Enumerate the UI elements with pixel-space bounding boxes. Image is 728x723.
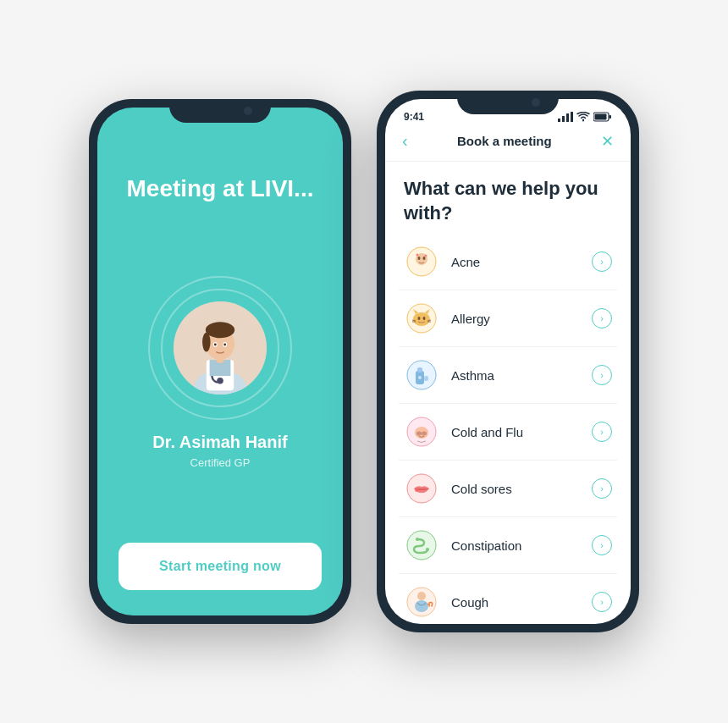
svg-point-45 [415, 488, 418, 492]
constipation-chevron[interactable]: › [592, 535, 612, 555]
svg-point-43 [422, 432, 427, 436]
meeting-title: Meeting at LIVI... [127, 175, 314, 202]
svg-point-48 [426, 548, 429, 551]
svg-point-6 [206, 322, 234, 338]
camera-left [244, 107, 252, 115]
cold-flu-label: Cold and Flu [451, 425, 580, 439]
acne-label: Acne [451, 255, 580, 269]
svg-rect-37 [417, 367, 422, 373]
doctor-section: Dr. Asimah Hanif Certified GP [148, 276, 292, 469]
asthma-icon [404, 357, 439, 393]
list-item[interactable]: Acne › [399, 234, 617, 290]
list-item[interactable]: Cold and Flu › [399, 404, 617, 461]
doctor-credential: Certified GP [190, 456, 251, 469]
right-phone: 9:41 [377, 91, 639, 632]
allergy-icon [404, 301, 439, 336]
avatar-rings [148, 276, 292, 420]
asthma-chevron[interactable]: › [592, 365, 612, 385]
svg-point-21 [418, 257, 421, 260]
back-button[interactable]: ‹ [402, 131, 408, 151]
notch-right [457, 91, 559, 114]
start-meeting-button[interactable]: Start meeting now [119, 543, 322, 590]
list-item[interactable]: Cold sores › [399, 461, 617, 517]
svg-rect-13 [562, 116, 565, 122]
svg-point-30 [423, 317, 426, 320]
svg-point-29 [418, 317, 421, 320]
cough-icon [404, 584, 439, 620]
list-item[interactable]: Constipation › [399, 517, 617, 574]
svg-point-42 [416, 432, 422, 436]
conditions-list: Acne › [385, 234, 631, 624]
page-heading: What can we help you with? [385, 162, 631, 234]
svg-point-7 [202, 333, 211, 352]
svg-rect-12 [558, 119, 560, 122]
teal-background: Meeting at LIVI... [97, 108, 343, 615]
camera-right [532, 98, 540, 107]
cold-sores-label: Cold sores [451, 482, 580, 496]
svg-point-50 [417, 592, 426, 600]
time-display: 9:41 [404, 111, 424, 123]
status-icons [558, 112, 612, 122]
close-button[interactable]: ✕ [601, 132, 614, 151]
screen-left: Meeting at LIVI... [97, 108, 343, 615]
svg-point-22 [423, 257, 426, 260]
doctor-name: Dr. Asimah Hanif [152, 433, 287, 452]
screen-right: 9:41 [385, 99, 631, 624]
nav-title: Book a meeting [457, 134, 552, 148]
svg-point-47 [416, 538, 419, 541]
allergy-chevron[interactable]: › [592, 308, 612, 328]
signal-icon [558, 112, 573, 122]
constipation-icon [404, 527, 439, 563]
notch-left [169, 99, 271, 123]
cold-flu-chevron[interactable]: › [592, 422, 612, 442]
acne-chevron[interactable]: › [592, 251, 612, 272]
cold-sores-icon [404, 471, 439, 506]
cough-label: Cough [451, 595, 580, 610]
svg-rect-17 [609, 115, 612, 119]
svg-point-51 [415, 600, 428, 612]
svg-point-2 [217, 378, 223, 384]
nav-bar: ‹ Book a meeting ✕ [385, 123, 631, 162]
phones-container: Meeting at LIVI... [72, 74, 656, 649]
cold-flu-icon [404, 414, 439, 450]
battery-icon [593, 112, 612, 122]
acne-icon [404, 244, 439, 279]
left-phone: Meeting at LIVI... [89, 99, 351, 624]
svg-point-23 [416, 254, 419, 257]
wifi-icon [576, 112, 590, 122]
doctor-avatar [174, 301, 267, 395]
allergy-label: Allergy [451, 312, 580, 326]
svg-point-10 [214, 344, 217, 346]
doctor-svg [182, 310, 258, 395]
svg-rect-14 [566, 113, 569, 122]
list-item[interactable]: Asthma › [399, 347, 617, 404]
svg-point-24 [425, 255, 427, 257]
svg-rect-15 [571, 112, 573, 122]
list-item[interactable]: Cough › [399, 574, 617, 624]
asthma-label: Asthma [451, 368, 580, 383]
cold-sores-chevron[interactable]: › [592, 478, 612, 499]
svg-point-11 [223, 344, 226, 346]
list-item[interactable]: Allergy › [399, 290, 617, 347]
constipation-label: Constipation [451, 538, 580, 553]
cough-chevron[interactable]: › [592, 592, 612, 612]
svg-rect-18 [595, 114, 607, 120]
svg-point-39 [418, 376, 422, 379]
white-screen: 9:41 [385, 99, 631, 624]
svg-point-26 [413, 312, 430, 326]
svg-rect-38 [424, 376, 428, 381]
